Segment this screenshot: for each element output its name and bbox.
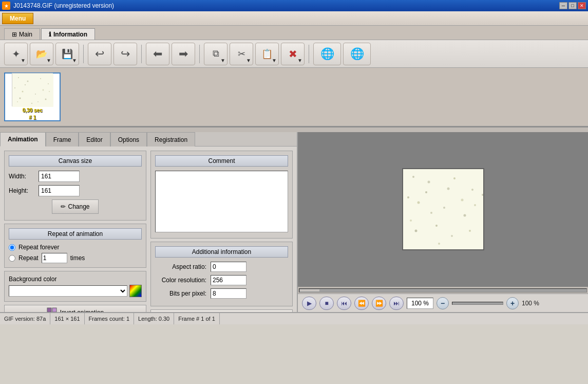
preview-scroll-track[interactable] <box>299 288 587 292</box>
canvas-size-header: Canvas size <box>9 155 142 167</box>
save-button[interactable]: 💾 ▼ <box>55 43 79 65</box>
toolbar-separator-1 <box>83 45 84 63</box>
maximize-button[interactable]: □ <box>568 2 577 9</box>
open-icon: 📂 <box>36 48 47 60</box>
paste-icon: 📋 <box>261 48 273 60</box>
color-resolution-input[interactable] <box>211 275 246 285</box>
play-button[interactable]: ▶ <box>302 297 316 310</box>
open-button[interactable]: 📂 ▼ <box>30 43 53 65</box>
frames-scrollbar[interactable] <box>0 127 588 132</box>
color-swatch[interactable] <box>129 285 142 297</box>
preview-image <box>402 168 484 250</box>
height-input[interactable] <box>39 185 80 196</box>
zoom-percent: 100 % <box>522 300 539 307</box>
zoom-input[interactable] <box>407 298 433 309</box>
canvas-size-section: Canvas size Width: Height: ✏ C <box>4 151 146 221</box>
zoom-plus-button[interactable]: + <box>506 297 519 309</box>
invert-animation-icon <box>47 307 57 312</box>
delete-arrow-icon: ▼ <box>297 58 302 63</box>
titlebar: ★ J0143748.GIF (unregistered version) ─ … <box>0 0 588 11</box>
width-input[interactable] <box>39 171 80 182</box>
repeat-count-input[interactable] <box>42 253 67 263</box>
bg-color-dropdown[interactable] <box>9 285 127 297</box>
zoom-slider[interactable] <box>452 302 503 305</box>
redo-button[interactable]: ↪ <box>113 43 137 65</box>
tab-editor[interactable]: Editor <box>79 132 110 147</box>
undo-button[interactable]: ↩ <box>88 43 111 65</box>
width-label: Width: <box>9 173 34 180</box>
svg-rect-0 <box>12 74 53 107</box>
comment-textarea[interactable] <box>155 171 288 232</box>
last-icon: ⏭ <box>393 300 400 307</box>
svg-point-43 <box>482 194 484 196</box>
upload-icon: 🌐 <box>350 47 364 61</box>
svg-point-32 <box>410 220 412 222</box>
scroll-thumb[interactable] <box>299 289 320 292</box>
paste-arrow-icon: ▼ <box>272 58 277 63</box>
background-color-section: Background color <box>4 271 146 302</box>
repeat-forever-radio[interactable] <box>9 244 15 251</box>
svg-point-33 <box>435 225 438 227</box>
close-button[interactable]: ✕ <box>578 2 586 9</box>
tab-options[interactable]: Options <box>110 132 147 147</box>
status-gif-version: GIF version: 87a <box>0 313 50 324</box>
forward-button[interactable]: ➡ <box>172 43 195 65</box>
repeat-count-radio[interactable] <box>9 255 15 262</box>
repeat-animation-header: Repeat of animation <box>9 228 142 240</box>
svg-point-39 <box>414 230 417 232</box>
cut-icon: ✂ <box>238 48 245 60</box>
animation-tab-label: Animation <box>8 136 38 143</box>
preview-area <box>298 132 588 286</box>
frame-1-canvas <box>12 73 53 106</box>
tab-registration[interactable]: Registration <box>147 132 195 147</box>
cut-button[interactable]: ✂ ▼ <box>230 43 253 65</box>
back-button[interactable]: ⬅ <box>146 43 169 65</box>
tab-information[interactable]: ℹ Information <box>41 28 95 40</box>
new-button[interactable]: ✦ ▼ <box>4 43 28 65</box>
last-button[interactable]: ⏭ <box>389 297 404 310</box>
first-button[interactable]: ⏮ <box>337 297 351 310</box>
minimize-button[interactable]: ─ <box>559 2 567 9</box>
paste-button[interactable]: 📋 ▼ <box>255 43 279 65</box>
editor-tab-label: Editor <box>86 136 102 143</box>
aspect-ratio-input[interactable] <box>211 262 246 272</box>
invert-selected-frames-button[interactable]: Invert selected frames <box>150 309 293 312</box>
delete-button[interactable]: ✖ ▼ <box>281 43 305 65</box>
change-button[interactable]: ✏ Change <box>52 199 98 214</box>
svg-point-44 <box>447 188 449 190</box>
svg-point-40 <box>438 243 440 245</box>
svg-point-6 <box>35 94 36 95</box>
status-frames-count: Frames count: 1 <box>85 313 134 324</box>
cut-arrow-icon: ▼ <box>246 58 251 63</box>
main-content: Animation Frame Editor Options Registrat… <box>0 132 588 312</box>
prev-button[interactable]: ⏪ <box>354 297 369 310</box>
tab-frame[interactable]: Frame <box>46 132 79 147</box>
zoom-minus-button[interactable]: − <box>437 297 449 309</box>
svg-point-7 <box>45 99 47 100</box>
window-controls[interactable]: ─ □ ✕ <box>559 2 586 9</box>
svg-point-25 <box>412 176 414 178</box>
menu-button[interactable]: Menu <box>2 13 33 24</box>
frame-1[interactable]: 0,30 sec # 1 <box>4 72 61 121</box>
svg-point-31 <box>463 214 466 217</box>
invert-animation-button[interactable]: Invert animation <box>4 305 146 312</box>
tab-animation[interactable]: Animation <box>0 132 46 147</box>
web-view-button[interactable]: 🌐 <box>313 43 341 65</box>
stop-button[interactable]: ■ <box>319 297 334 310</box>
repeat-label: Repeat <box>18 254 39 262</box>
left-column: Canvas size Width: Height: ✏ C <box>4 151 146 312</box>
next-button[interactable]: ⏩ <box>372 297 386 310</box>
svg-point-11 <box>25 84 26 85</box>
change-label: Change <box>68 203 89 210</box>
svg-point-4 <box>48 83 49 84</box>
frames-strip: 0,30 sec # 1 <box>0 68 588 127</box>
svg-point-42 <box>430 212 432 214</box>
tab-main[interactable]: ⊞ Main <box>4 28 40 40</box>
change-icon: ✏ <box>61 203 66 210</box>
preview-scrollbar[interactable] <box>298 286 588 294</box>
upload-button[interactable]: 🌐 <box>343 43 371 65</box>
copy-frame-button[interactable]: ⧉ ▼ <box>204 43 227 65</box>
toolbar-separator-2 <box>141 45 142 63</box>
status-frame-info: Frame # 1 of 1 <box>174 313 220 324</box>
bits-per-pixel-input[interactable] <box>211 288 246 299</box>
